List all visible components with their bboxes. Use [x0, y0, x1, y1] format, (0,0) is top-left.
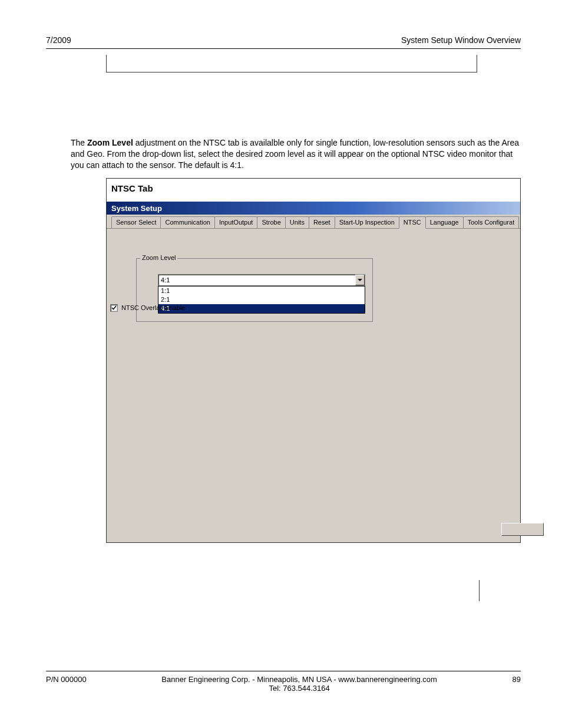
tab-startup-inspection[interactable]: Start-Up Inspection — [335, 216, 399, 228]
tab-sensor-select[interactable]: Sensor Select — [111, 216, 161, 228]
tab-communication[interactable]: Communication — [160, 216, 214, 228]
zoom-level-dropdown-list: 1:1 2:1 4:1 — [158, 286, 365, 314]
footer-company-line: Banner Engineering Corp. - Minneapolis, … — [87, 675, 513, 684]
body-paragraph: The Zoom Level adjustment on the NTSC ta… — [46, 137, 521, 171]
tab-inputoutput[interactable]: InputOutput — [214, 216, 258, 228]
header-section: System Setup Window Overview — [401, 35, 521, 45]
previous-table-fragment — [106, 55, 477, 73]
dialog-button[interactable] — [501, 523, 544, 536]
zoom-level-groupbox: Zoom Level 4:1 1:1 2:1 4:1 — [136, 258, 373, 322]
figure-frame: NTSC Tab System Setup Sensor Select Comm… — [106, 178, 521, 543]
tab-tools-configuration[interactable]: Tools Configurat — [463, 216, 520, 228]
figure-title: NTSC Tab — [107, 179, 520, 202]
tab-language[interactable]: Language — [425, 216, 464, 228]
combo-selected-value: 4:1 — [158, 276, 355, 284]
window-title-text: System Setup — [111, 204, 162, 213]
ntsc-overlay-enable-checkbox[interactable] — [110, 304, 118, 312]
tabstrip: Sensor Select Communication InputOutput … — [107, 215, 520, 229]
tab-units[interactable]: Units — [285, 216, 309, 228]
footer-tel-line: Tel: 763.544.3164 — [87, 684, 513, 693]
page-header: 7/2009 System Setup Window Overview — [46, 35, 521, 49]
header-date: 7/2009 — [46, 35, 71, 45]
groupbox-legend: Zoom Level — [140, 254, 177, 261]
tab-client-area: Zoom Level 4:1 1:1 2:1 4:1 — [107, 229, 520, 542]
tab-ntsc[interactable]: NTSC — [399, 216, 426, 229]
paragraph-prefix: The — [71, 138, 87, 147]
dropdown-option-2-1[interactable]: 2:1 — [158, 295, 365, 304]
footer-part-number: P/N 000000 — [46, 675, 87, 693]
window-titlebar: System Setup — [107, 202, 520, 215]
footer-page-number: 89 — [513, 675, 521, 693]
combo-dropdown-button[interactable] — [355, 275, 365, 285]
paragraph-bold-lead: Zoom Level — [87, 138, 133, 147]
ntsc-overlay-checkbox-row: NTSC Overlay Enable — [110, 304, 185, 312]
dialog-button-area — [501, 523, 544, 536]
ntsc-overlay-enable-label: NTSC Overlay Enable — [121, 304, 185, 311]
tab-strobe[interactable]: Strobe — [257, 216, 285, 228]
zoom-level-combobox[interactable]: 4:1 — [158, 274, 365, 286]
dropdown-option-4-1[interactable]: 4:1 — [158, 304, 365, 313]
system-setup-window: System Setup Sensor Select Communication… — [107, 202, 520, 542]
paragraph-rest: adjustment on the NTSC tab is availalble… — [71, 138, 519, 170]
footer-center: Banner Engineering Corp. - Minneapolis, … — [87, 675, 513, 693]
page-footer: P/N 000000 Banner Engineering Corp. - Mi… — [46, 671, 521, 693]
tab-reset[interactable]: Reset — [309, 216, 335, 228]
checkmark-icon — [111, 305, 117, 311]
chevron-down-icon — [358, 279, 362, 281]
right-divider-fragment — [479, 580, 480, 601]
dropdown-option-1-1[interactable]: 1:1 — [158, 286, 365, 295]
